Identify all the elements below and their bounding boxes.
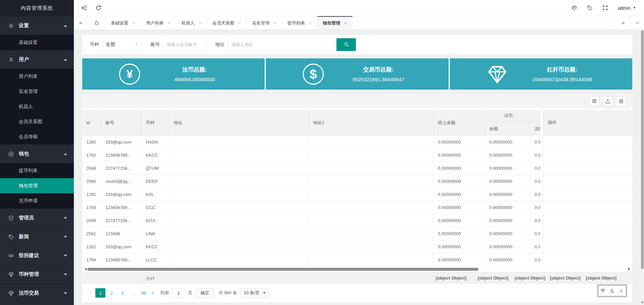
vertical-scrollbar-thumb[interactable] — [641, 30, 644, 269]
cell-coin: QTUM — [142, 162, 170, 174]
sidebar-parent-label: 新闻 — [19, 234, 29, 240]
sidebar-child-item[interactable]: 基础设置 — [0, 35, 74, 50]
sidebar-child-label: 充币申请 — [19, 198, 38, 203]
page-button[interactable]: 3 — [118, 288, 127, 298]
chevron-icon — [64, 217, 67, 219]
chevron-icon — [64, 292, 67, 294]
svg-text:$: $ — [10, 153, 12, 156]
cell-id: 2560 — [82, 175, 101, 188]
sidebar-child-item[interactable]: 钱包管理 — [0, 178, 74, 193]
sidebar-parent-item[interactable]: 用户 — [0, 50, 74, 69]
sidebar-parent-item[interactable]: 法币交易 — [0, 284, 74, 302]
tab[interactable]: 提币列表 × — [282, 16, 317, 30]
table-card: id 账号 币种 地址 地址2 链上余额 法币 余额 冻结 1280 333@q — [82, 94, 632, 302]
scroll-left-arrow-icon[interactable] — [85, 268, 87, 270]
tag-icon[interactable] — [582, 0, 598, 16]
tabs-scroll-left-icon[interactable]: « — [74, 16, 88, 30]
close-icon[interactable]: × — [238, 21, 241, 26]
close-icon[interactable]: × — [344, 21, 347, 26]
next-page-icon[interactable] — [149, 288, 156, 298]
scroll-right-arrow-icon[interactable] — [628, 268, 630, 270]
sidebar-parent-item[interactable]: 管理员 — [0, 208, 74, 227]
tab-label: 提币列表 — [287, 20, 305, 26]
vertical-scrollbar[interactable] — [641, 30, 644, 305]
sidebar-child-item[interactable]: 会员关系图 — [0, 114, 74, 129]
home-tab[interactable] — [88, 16, 105, 30]
close-icon[interactable]: × — [198, 21, 201, 26]
address-input[interactable] — [228, 38, 334, 51]
home-icon — [94, 20, 99, 26]
cell-coin: CCC — [142, 201, 170, 214]
refresh-icon[interactable] — [91, 0, 105, 16]
sidebar-fold-icon[interactable] — [77, 0, 91, 16]
scroll-down-arrow-icon[interactable] — [641, 302, 644, 304]
print-button[interactable] — [616, 96, 626, 106]
ime-moon-icon — [610, 289, 614, 293]
sidebar-parent-item[interactable]: 投拆建议 — [0, 246, 74, 265]
gem-icon — [486, 63, 508, 85]
cell-address — [170, 162, 309, 174]
export-icon — [605, 99, 610, 104]
sidebar-child-item[interactable]: 提币列表 — [0, 163, 74, 178]
sidebar-parent-item[interactable]: 新闻 — [0, 227, 74, 246]
sidebar-child-item[interactable]: 用户列表 — [0, 69, 74, 84]
jump-prefix-label: 到第 — [160, 290, 169, 296]
actions-cell — [543, 253, 632, 266]
sidebar-parent-item[interactable]: $ 钱包 — [0, 144, 74, 163]
sidebar-child-item[interactable]: 充币申请 — [0, 193, 74, 208]
tabbar-right: » — [616, 16, 644, 30]
sidebar-child-item[interactable]: 实名管理 — [0, 84, 74, 99]
page-size-select[interactable]: 10 条/页 ▼ — [240, 288, 269, 298]
user-menu[interactable]: admin ▼ — [616, 5, 638, 11]
close-icon[interactable]: × — [132, 21, 135, 26]
theme-palette-icon[interactable] — [567, 0, 582, 16]
search-button[interactable] — [336, 38, 356, 51]
filter-bar: 币种 全部 ▼ 账号 地址 — [82, 35, 632, 54]
close-icon[interactable]: × — [168, 21, 170, 26]
tab[interactable]: 会员关系图 × — [207, 16, 247, 30]
shield-icon — [8, 215, 14, 221]
page-list: 123...98 — [95, 288, 149, 298]
sidebar-child-item[interactable]: 会员等级 — [0, 129, 74, 144]
ime-toolbar[interactable]: 中 — [598, 285, 626, 296]
tab[interactable]: 基础设置 × — [105, 16, 141, 30]
export-button[interactable] — [603, 96, 613, 106]
tab[interactable]: 用户列表 × — [141, 16, 176, 30]
tabs-scroll-right-icon[interactable]: » — [616, 16, 630, 30]
page-button[interactable]: 98 — [139, 288, 148, 298]
tab[interactable]: 钱包管理 × — [317, 16, 353, 30]
prev-page-icon[interactable] — [87, 288, 95, 298]
cell-address2 — [309, 188, 434, 201]
topbar: admin ▼ — [74, 0, 644, 16]
confirm-button[interactable]: 确定 — [196, 288, 214, 298]
page-jump-input[interactable] — [172, 288, 185, 298]
cell-balance: 0.00000000 — [485, 188, 531, 201]
page-button[interactable]: ... — [128, 288, 138, 298]
fullscreen-icon[interactable] — [598, 0, 613, 16]
cell-account: 123456789... — [101, 201, 142, 214]
tabs-dropdown-icon[interactable] — [630, 16, 644, 30]
cell-address — [170, 253, 309, 266]
cell-id: 2048 — [82, 162, 101, 174]
table-toolbar — [82, 94, 632, 108]
cell-address — [170, 227, 309, 240]
svg-text:$: $ — [310, 67, 317, 81]
cell-id: 1792 — [82, 149, 101, 161]
columns-filter-button[interactable] — [589, 96, 599, 106]
tab[interactable]: 实名管理 × — [247, 16, 282, 30]
horizontal-scrollbar-thumb[interactable] — [87, 268, 478, 271]
close-icon[interactable]: × — [309, 21, 312, 26]
jump-suffix-label: 页 — [188, 290, 192, 296]
account-input[interactable] — [163, 38, 206, 51]
close-icon[interactable]: × — [274, 21, 276, 26]
sidebar-parent-label: 币种管理 — [19, 271, 39, 277]
page-button[interactable]: 2 — [107, 288, 116, 298]
sidebar-parent-item[interactable]: 设置 — [0, 16, 74, 35]
sidebar-child-item[interactable]: 机器人 — [0, 99, 74, 114]
horizontal-scrollbar[interactable] — [82, 266, 632, 272]
page-button[interactable]: 1 — [95, 288, 105, 298]
footer-total-value: [object Object] — [586, 275, 616, 281]
currency-select[interactable]: 全部 ▼ — [102, 38, 142, 51]
sidebar-parent-item[interactable]: 币种管理 — [0, 265, 74, 284]
tab[interactable]: 机器人 × — [176, 16, 207, 30]
